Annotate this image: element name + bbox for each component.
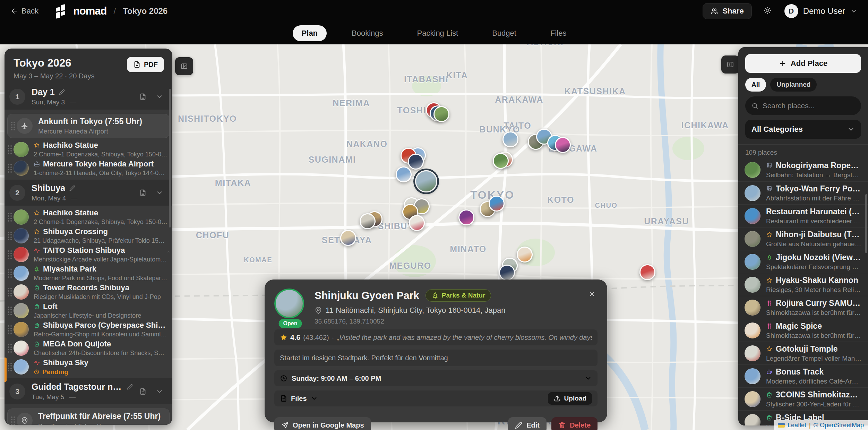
filter-all[interactable]: All bbox=[745, 78, 766, 92]
map-marker[interactable] bbox=[502, 131, 518, 147]
map-marker[interactable] bbox=[360, 213, 376, 229]
files-row[interactable]: Files Upload bbox=[274, 390, 598, 406]
open-google-maps-button[interactable]: Open in Google Maps bbox=[274, 417, 371, 430]
places-list-item[interactable]: Gōtokuji TempleLegendärer Tempel voller … bbox=[738, 342, 868, 364]
upload-button[interactable]: Upload bbox=[548, 392, 592, 405]
places-list-item[interactable]: Nokogiriyama Ropeway Sum...Seilbahn: Tal… bbox=[738, 158, 868, 181]
itinerary-event-card[interactable]: Ankunft in Tokyo (7:55 Uhr)Mercure Haned… bbox=[7, 114, 170, 138]
drag-handle[interactable] bbox=[7, 362, 12, 372]
itinerary-place-row[interactable]: Tower Records ShibuyaRiesiger Musikladen… bbox=[5, 283, 172, 301]
places-list-item[interactable]: Nihon-ji Daibutsu (The Great ...Größte a… bbox=[738, 227, 868, 250]
itinerary-scrollbar[interactable] bbox=[169, 82, 171, 422]
itinerary-place-row[interactable]: Shibuya Crossing21 Udagawacho, Shibuya, … bbox=[5, 226, 172, 245]
opening-hours-row[interactable]: Sunday: 9:00 AM – 6:00 PM bbox=[274, 370, 598, 386]
drag-handle[interactable] bbox=[7, 231, 12, 241]
map-marker[interactable] bbox=[396, 166, 412, 182]
place-note-field[interactable]: Startet im riesigen Stadtpark. Perfekt f… bbox=[274, 350, 598, 366]
add-place-button[interactable]: Add Place bbox=[745, 54, 861, 73]
panel-collapse-right-icon bbox=[727, 61, 734, 68]
tab-packing-list[interactable]: Packing List bbox=[408, 25, 467, 41]
places-list-item[interactable]: Magic SpiceShimokitazawa ist berühmt für… bbox=[738, 319, 868, 342]
osm-link[interactable]: © OpenStreetMap bbox=[814, 422, 864, 429]
places-list-item[interactable]: Rojiura Curry SAMURAI. Shim...Shimokitaz… bbox=[738, 296, 868, 319]
itinerary-event-card[interactable]: Treffpunkt für Abreise (7:55 Uhr)Bus Ter… bbox=[7, 409, 170, 425]
back-button[interactable]: Back bbox=[10, 7, 38, 16]
share-users-icon bbox=[711, 7, 718, 15]
day-header[interactable]: 1Day 1Sun, May 3— bbox=[5, 84, 172, 110]
day-title: Guided Tagestour nach Nikkō bbox=[32, 382, 123, 392]
app-root: ADACHIITABASHIKITAKATSUSHIKAARAKAWANERIM… bbox=[0, 0, 868, 430]
tab-budget[interactable]: Budget bbox=[483, 25, 525, 41]
places-list-item[interactable]: Jigoku Nozoki (View of Hell)Spektakuläre… bbox=[738, 250, 868, 273]
drag-handle[interactable] bbox=[7, 163, 12, 173]
map-marker[interactable] bbox=[499, 265, 515, 281]
rating-row[interactable]: 4.6 (43.462) · „Visited the park and was… bbox=[274, 329, 598, 345]
search-places-input[interactable] bbox=[763, 102, 855, 110]
place-texts: Gōtokuji TempleLegendärer Tempel voller … bbox=[766, 344, 862, 362]
category-dropdown[interactable]: All Categories bbox=[745, 120, 861, 139]
map-attribution: Leaflet | © OpenStreetMap bbox=[774, 420, 868, 430]
itinerary-place-row[interactable]: Hachiko Statue2 Chome-1 Dogenzaka, Shibu… bbox=[5, 140, 172, 159]
leaflet-link[interactable]: Leaflet bbox=[788, 422, 806, 429]
itinerary-place-row[interactable]: Miyashita ParkModerner Park mit Shops, F… bbox=[5, 264, 172, 283]
place-title: Hachiko Statue bbox=[43, 208, 98, 217]
places-list-item[interactable]: Hyaku-Shaku KannonRiesiges, 30 Meter hoh… bbox=[738, 273, 868, 296]
day-header[interactable]: 3Guided Tagestour nach NikkōTue, May 5— bbox=[5, 378, 172, 404]
tab-files[interactable]: Files bbox=[541, 25, 575, 41]
places-scrollbar[interactable] bbox=[865, 194, 867, 253]
drag-handle[interactable] bbox=[7, 306, 12, 316]
map-marker[interactable] bbox=[458, 209, 474, 225]
itinerary-place-row[interactable]: Hachiko Statue2 Chome-1 Dogenzaka, Shibu… bbox=[5, 208, 172, 226]
star-icon bbox=[34, 210, 40, 216]
user-menu[interactable]: D Demo User bbox=[784, 4, 858, 18]
drag-handle[interactable] bbox=[7, 249, 12, 260]
map-marker[interactable] bbox=[493, 153, 509, 169]
itinerary-place-row[interactable]: TAITO Station ShibuyaMehrstöckige Arcade… bbox=[5, 245, 172, 264]
drag-handle[interactable] bbox=[7, 212, 12, 222]
drag-handle[interactable] bbox=[7, 287, 12, 297]
filter-unplanned[interactable]: Unplanned bbox=[770, 78, 817, 92]
delete-place-button[interactable]: Delete bbox=[551, 417, 598, 430]
itinerary-place-row[interactable]: MEGA Don QuijoteChaotischer 24h-Discount… bbox=[5, 339, 172, 358]
tab-bookings[interactable]: Bookings bbox=[343, 25, 392, 41]
map-marker[interactable] bbox=[517, 247, 533, 263]
drag-handle[interactable] bbox=[7, 144, 12, 155]
ward-label: NERIMA bbox=[333, 98, 370, 108]
drag-handle[interactable] bbox=[10, 415, 15, 425]
edit-place-button[interactable]: Edit bbox=[508, 417, 547, 430]
places-list-item[interactable]: 3COINS ShimokitazawaStylischer 300-Yen-L… bbox=[738, 387, 868, 410]
places-list-item[interactable]: Restaurant Harunatei (Kanaya Po...Restau… bbox=[738, 204, 868, 227]
map-marker[interactable] bbox=[555, 137, 571, 153]
itinerary-place-row[interactable]: LoftJapanischer Lifestyle- und Designsto… bbox=[5, 301, 172, 320]
drag-handle[interactable] bbox=[10, 121, 15, 131]
collapse-left-panel-button[interactable] bbox=[175, 57, 193, 75]
day-header[interactable]: 2ShibuyaMon, May 4— bbox=[5, 180, 172, 206]
place-texts: Magic SpiceShimokitazawa ist berühmt für… bbox=[766, 321, 862, 339]
brand-logo[interactable]: nomad bbox=[55, 4, 107, 18]
drag-handle[interactable] bbox=[7, 324, 12, 335]
itinerary-place-row[interactable]: Shibuya SkyPending bbox=[5, 358, 172, 376]
theme-toggle-button[interactable] bbox=[764, 7, 773, 16]
places-list-item[interactable]: Bonus TrackModernes, dörfliches Café-Are… bbox=[738, 364, 868, 387]
event-texts: Ankunft in Tokyo (7:55 Uhr)Mercure Haned… bbox=[38, 117, 164, 135]
places-list-item[interactable]: Tokyo-Wan Ferry Port Kuriha...Abfahrtsst… bbox=[738, 181, 868, 204]
map-marker[interactable] bbox=[409, 215, 425, 231]
map-marker-selected[interactable] bbox=[415, 170, 437, 192]
itinerary-place-row[interactable]: Mercure Tokyo Haneda Airport1-chōme-2-11… bbox=[5, 159, 172, 178]
close-detail-button[interactable] bbox=[585, 287, 599, 301]
map-marker[interactable] bbox=[340, 230, 356, 246]
map-marker[interactable] bbox=[489, 196, 505, 212]
export-pdf-button[interactable]: PDF bbox=[127, 57, 164, 72]
place-texts: Tower Records ShibuyaRiesiger Musikladen… bbox=[34, 283, 167, 301]
map-marker[interactable] bbox=[408, 154, 424, 170]
itinerary-place-row[interactable]: Shibuya Parco (Cyberspace Shibuya)Retro-… bbox=[5, 320, 172, 339]
place-thumbnail bbox=[745, 208, 760, 224]
share-button[interactable]: Share bbox=[703, 3, 751, 19]
map-marker[interactable] bbox=[639, 264, 655, 280]
collapse-right-panel-button[interactable] bbox=[721, 55, 739, 74]
map-marker[interactable] bbox=[433, 106, 449, 122]
drag-handle[interactable] bbox=[7, 268, 12, 278]
day-number: 2 bbox=[9, 185, 25, 201]
tab-plan[interactable]: Plan bbox=[293, 25, 327, 41]
drag-handle[interactable] bbox=[7, 343, 12, 353]
